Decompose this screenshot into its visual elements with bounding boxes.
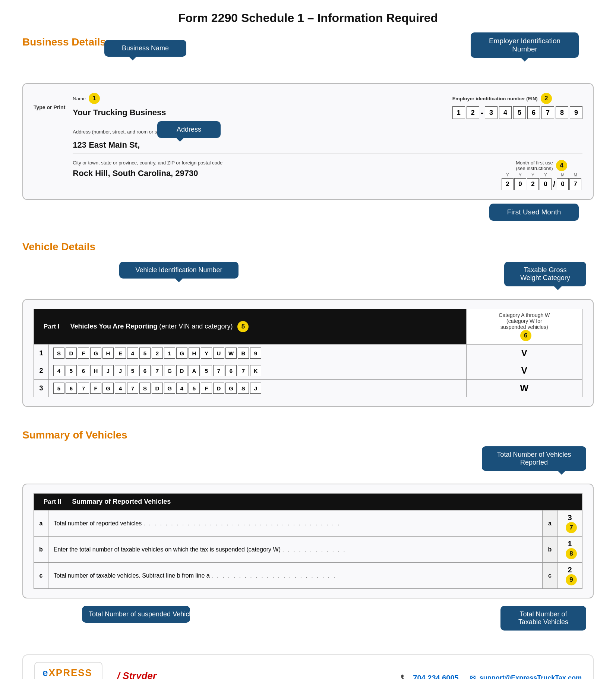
express-main: eXPRESS [42,667,94,679]
first-used-callout: First Used Month [489,204,579,221]
row-2-num: 2 [34,362,49,380]
email-address: support@ExpressTruckTax.com [480,674,582,679]
summary-row-a: a Total number of reported vehicles . . … [34,510,582,537]
vin-callout: Vehicle Identification Number [119,262,238,279]
date-m1: 0 [557,178,569,190]
line-b-col-label: b [543,537,557,563]
phone-number: 704.234.6005 [413,674,458,679]
business-name-callout: Business Name [104,40,186,57]
ein-d4: 4 [499,106,512,119]
phone-icon: 📞 [401,675,409,679]
line-c-value: 2 9 [557,563,582,589]
vehicle-details-section: Vehicle Details Vehicle Identification N… [22,241,594,407]
category-header: Category A through W (category W for sus… [466,309,582,345]
page-title: Form 2290 Schedule 1 – Information Requi… [22,11,594,25]
vehicle-row-1: 1 SDFGHE4521GHYUWB9 V [34,345,582,362]
date-labels-row: Y Y Y Y M M [500,173,582,177]
taxable-gross-callout: Taxable Gross Weight Category [504,262,586,286]
business-name-value: Your Trucking Business [73,106,445,120]
row-1-category: V [466,345,582,362]
date-field: Month of first use (see instructions) 4 … [500,160,582,190]
footer-contact: 📞 704.234.6005 ✉ support@ExpressTruckTax… [401,674,582,679]
line-c-text: Total number of taxable vehicles. Subtra… [48,563,542,589]
summary-row-c: c Total number of taxable vehicles. Subt… [34,563,582,589]
part-ii-header: Part II Summary of Reported Vehicles [34,494,582,510]
ein-d9: 9 [570,106,582,119]
ein-label: Employer identification number (EIN) [452,96,538,101]
address-value: 123 East Main St, [73,139,582,151]
line-b-letter: b [34,537,48,563]
taxable-callout: Total Number of Taxable Vehicles [500,606,586,631]
total-reported-callout: Total Number of Vehicles Reported [482,446,586,471]
row-3-num: 3 [34,380,49,397]
city-field: City or town, state or province, country… [73,160,493,180]
date-slash: / [552,178,556,190]
type-or-print-label: Type or Print [34,93,65,111]
first-used-callout-wrapper: First Used Month [22,204,594,226]
vehicle-row-3: 3 567FG47SDG45FDGSJ W [34,380,582,397]
city-label: City or town, state or province, country… [73,160,493,166]
date-values-row: 2 0 2 0 / 0 7 [500,178,582,190]
vehicle-section-title: Vehicle Details [22,241,95,253]
vin-callout-row: Vehicle Identification Number Taxable Gr… [22,262,594,299]
ein-dash: - [481,108,483,117]
ein-d1: 1 [452,106,465,119]
suspended-callout: Total Number of suspended Vehicles [82,606,190,623]
part-ii-label: Part II [39,497,66,507]
address-field: Address (number, street, and room or sui… [73,126,582,154]
step-1-badge: 1 [89,93,100,104]
row-1-num: 1 [34,345,49,362]
ein-d3: 3 [485,106,497,119]
row-1-vin: SDFGHE4521GHYUWB9 [49,345,467,362]
ein-d2: 2 [467,106,479,119]
summary-section-title: Summary of Vehicles [22,429,594,441]
express-logo: eXPRESS TRUCK TAX IRS 2290 & IFTA made e… [34,662,102,679]
step-7-badge: 7 [566,522,577,533]
summary-section: Summary of Vehicles Total Number of Vehi… [22,429,594,639]
date-y3: 2 [527,178,539,190]
business-form-card: Address Type or Print Name 1 Your Trucki… [22,83,594,200]
summary-table: Part II Summary of Reported Vehicles a T… [34,493,582,589]
ein-callout: Employer Identification Number [471,32,579,58]
footer-logos: eXPRESS TRUCK TAX IRS 2290 & IFTA made e… [34,662,185,679]
footer: eXPRESS TRUCK TAX IRS 2290 & IFTA made e… [22,654,594,679]
part-i-label: Part I [39,321,64,332]
line-a-letter: a [34,510,48,537]
stryder-main: / Stryder [117,670,178,679]
line-b-value: 1 8 [557,537,582,563]
ein-d8: 8 [556,106,568,119]
date-y1: 2 [502,178,514,190]
line-b-text: Enter the total number of taxable vehicl… [48,537,542,563]
stryder-logo: / Stryder A New Breed of Service Provide… [110,666,186,679]
month-label: Month of first use (see instructions) [516,160,553,171]
step-8-badge: 8 [566,548,577,559]
row-2-vin: 456HJJ567GDA5767K [49,362,467,380]
name-field: Name 1 Your Trucking Business [73,93,445,120]
name-label: Name [73,96,86,101]
summary-form-card: Part II Summary of Reported Vehicles a T… [22,484,594,598]
line-c-col-label: c [543,563,557,589]
ein-field: Employer identification number (EIN) 2 1… [452,93,582,120]
row-3-category: W [466,380,582,397]
email-icon: ✉ [470,674,476,679]
vehicle-form-card: Part I Vehicles You Are Reporting (enter… [22,299,594,407]
summary-callout-row: Total Number of Vehicles Reported [22,446,594,484]
vehicle-row-2: 2 456HJJ567GDA5767K V [34,362,582,380]
vehicle-table: Part I Vehicles You Are Reporting (enter… [34,309,582,397]
ein-digits-row: 1 2 - 3 4 5 6 7 8 9 [452,106,582,119]
line-c-letter: c [34,563,48,589]
date-y4: 0 [540,178,552,190]
step-9-badge: 9 [566,574,577,585]
date-y2: 0 [514,178,526,190]
ein-d5: 5 [513,106,526,119]
address-callout: Address [157,121,221,138]
part-i-header: Part I Vehicles You Are Reporting (enter… [34,309,467,345]
step-6-badge: 6 [520,330,531,341]
ein-d6: 6 [527,106,540,119]
step-2-badge: 2 [541,93,552,104]
step-4-badge: 4 [556,160,567,171]
summary-bottom-callouts: Total Number of suspended Vehicles Total… [22,602,594,639]
business-details-section: Business Details Employer Identification… [22,36,594,226]
row-2-category: V [466,362,582,380]
summary-row-b: b Enter the total number of taxable vehi… [34,537,582,563]
